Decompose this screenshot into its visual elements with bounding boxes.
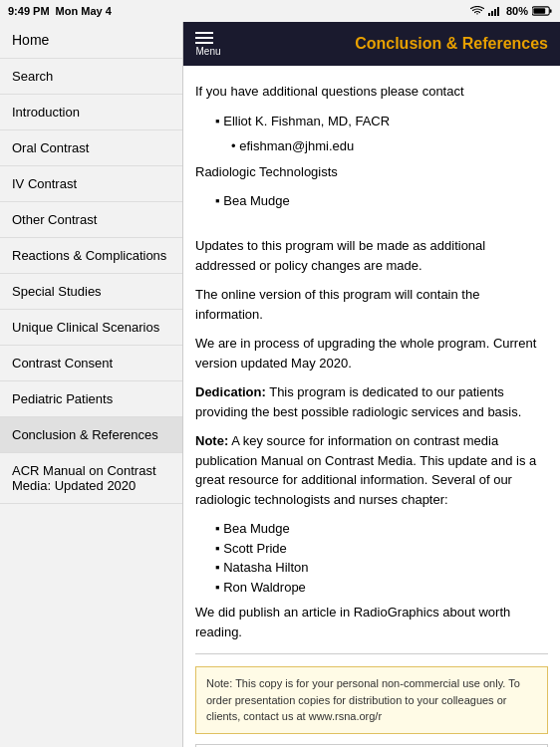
time-display: 9:49 PM [8, 5, 50, 17]
menu-bar-3 [195, 42, 213, 44]
rad-tech-label: Radiologic Technologists [195, 162, 548, 182]
tech-item-bea: Bea Mudge [215, 191, 548, 211]
sidebar-label-reactions: Reactions & Complications [12, 248, 166, 263]
menu-bar-2 [195, 37, 213, 39]
svg-rect-0 [488, 13, 490, 16]
informatics-box: INFORMATICS aphics Informatics in Radiol… [195, 744, 548, 748]
contributors-list: Bea Mudge Scott Pride Natasha Hilton Ron… [195, 519, 548, 597]
sidebar-label-home: Home [12, 32, 49, 48]
note-box: Note: This copy is for your personal non… [195, 666, 548, 734]
menu-bar-1 [195, 32, 213, 34]
menu-button-wrap[interactable]: Menu [195, 32, 221, 57]
sidebar-label-special-studies: Special Studies [12, 284, 102, 299]
contact-item-fishman: Elliot K. Fishman, MD, FACR [215, 112, 548, 131]
online-version-paragraph: The online version of this program will … [195, 285, 548, 324]
sidebar-item-reactions[interactable]: Reactions & Complications [0, 238, 182, 274]
wifi-icon [470, 6, 484, 16]
svg-rect-1 [491, 11, 493, 16]
status-bar-right: 80% [470, 5, 552, 17]
sidebar-item-introduction[interactable]: Introduction [0, 95, 182, 130]
content-divider [195, 653, 548, 654]
battery-icon [532, 6, 552, 16]
note-label: Note: [195, 433, 228, 448]
svg-rect-3 [497, 7, 499, 16]
note-paragraph: Note: A key source for information on co… [195, 431, 548, 509]
svg-rect-2 [494, 9, 496, 16]
content-area: Menu Conclusion & References If you have… [183, 22, 560, 747]
dedication-paragraph: Dedication: This program is dedicated to… [195, 382, 548, 421]
sidebar-item-unique-scenarios[interactable]: Unique Clinical Scenarios [0, 310, 182, 346]
article-paragraph: We did publish an article in RadioGraphi… [195, 603, 548, 641]
sidebar-label-search: Search [12, 69, 53, 84]
sidebar-label-introduction: Introduction [12, 105, 80, 120]
sidebar-item-oral-contrast[interactable]: Oral Contrast [0, 130, 182, 166]
sidebar-label-contrast-consent: Contrast Consent [12, 356, 113, 371]
sidebar-item-other-contrast[interactable]: Other Contrast [0, 202, 182, 238]
contributor-ron: Ron Waldrope [215, 578, 548, 598]
sidebar-label-unique-scenarios: Unique Clinical Scenarios [12, 320, 159, 335]
signal-icon [488, 6, 502, 16]
contact-list: Elliot K. Fishman, MD, FACR [195, 112, 548, 131]
sidebar-label-oral-contrast: Oral Contrast [12, 140, 89, 155]
sidebar-item-acr-manual[interactable]: ACR Manual on Contrast Media: Updated 20… [0, 453, 182, 504]
email-list: efishman@jhmi.edu [195, 136, 548, 156]
note-box-text: Note: This copy is for your personal non… [206, 677, 520, 722]
contributor-bea: Bea Mudge [215, 519, 548, 539]
sidebar-item-special-studies[interactable]: Special Studies [0, 274, 182, 310]
sidebar-label-other-contrast: Other Contrast [12, 212, 97, 227]
tech-list: Bea Mudge [195, 191, 548, 211]
sidebar-item-contrast-consent[interactable]: Contrast Consent [0, 346, 182, 381]
sidebar-label-acr-manual: ACR Manual on Contrast Media: Updated 20… [12, 463, 170, 493]
sidebar-label-conclusion-references: Conclusion & References [12, 427, 158, 442]
date-display: Mon May 4 [56, 5, 112, 17]
email-item: efishman@jhmi.edu [231, 136, 548, 156]
content-body: If you have additional questions please … [183, 66, 560, 747]
sidebar-item-iv-contrast[interactable]: IV Contrast [0, 166, 182, 202]
contributor-scott: Scott Pride [215, 539, 548, 559]
content-header: Menu Conclusion & References [183, 22, 560, 66]
battery-display: 80% [506, 5, 528, 17]
page-title: Conclusion & References [233, 35, 548, 53]
sidebar-item-pediatric-patients[interactable]: Pediatric Patients [0, 381, 182, 417]
app-container: Home Search Introduction Oral Contrast I… [0, 22, 560, 747]
sidebar-item-home[interactable]: Home [0, 22, 182, 59]
sidebar-label-pediatric-patients: Pediatric Patients [12, 391, 113, 406]
updates-paragraph: Updates to this program will be made as … [195, 236, 548, 275]
svg-rect-6 [533, 8, 545, 13]
menu-label: Menu [195, 46, 220, 57]
status-bar: 9:49 PM Mon May 4 80% [0, 0, 560, 22]
svg-rect-5 [550, 9, 552, 13]
upgrading-paragraph: We are in process of upgrading the whole… [195, 334, 548, 373]
dedication-label: Dedication: [195, 384, 266, 399]
sidebar-label-iv-contrast: IV Contrast [12, 176, 77, 191]
contributor-natasha: Natasha Hilton [215, 558, 548, 578]
status-bar-left: 9:49 PM Mon May 4 [8, 5, 112, 17]
sidebar-item-conclusion-references[interactable]: Conclusion & References [0, 417, 182, 453]
menu-button[interactable] [195, 32, 213, 44]
intro-paragraph: If you have additional questions please … [195, 82, 548, 102]
sidebar: Home Search Introduction Oral Contrast I… [0, 22, 183, 747]
note-text: A key source for information on contrast… [195, 433, 536, 507]
sidebar-item-search[interactable]: Search [0, 59, 182, 95]
